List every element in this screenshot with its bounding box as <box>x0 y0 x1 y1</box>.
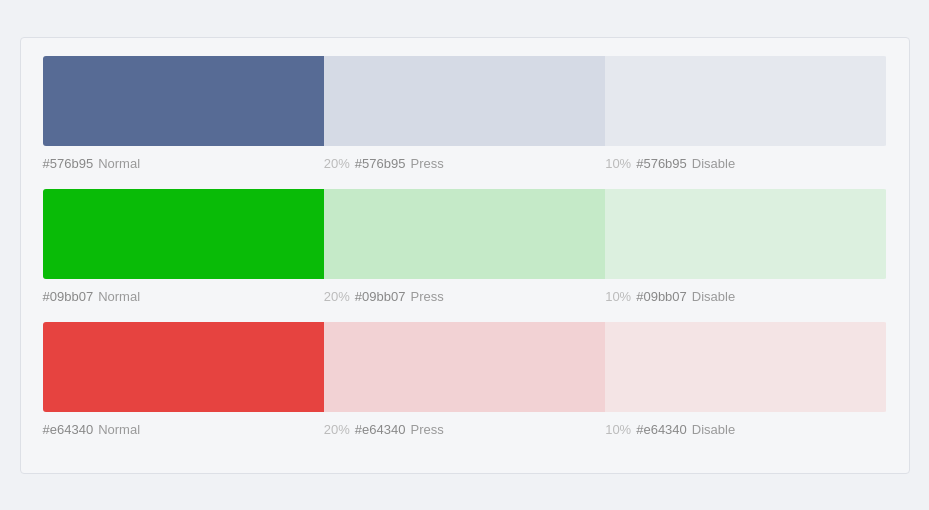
label-state-green-2: Disable <box>692 289 735 304</box>
label-hex-red-0: #e64340 <box>43 422 94 437</box>
label-state-green-0: Normal <box>98 289 140 304</box>
label-hex-blue-1: #576b95 <box>355 156 406 171</box>
label-group-green-0: #09bb07Normal <box>43 289 324 304</box>
label-percent-green-2: 10% <box>605 289 631 304</box>
swatches-green <box>43 189 887 279</box>
label-hex-green-1: #09bb07 <box>355 289 406 304</box>
label-state-blue-1: Press <box>410 156 443 171</box>
label-group-blue-0: #576b95Normal <box>43 156 324 171</box>
swatch-red-1 <box>324 322 605 412</box>
label-hex-red-1: #e64340 <box>355 422 406 437</box>
swatch-red-2 <box>605 322 886 412</box>
label-state-blue-0: Normal <box>98 156 140 171</box>
label-percent-green-1: 20% <box>324 289 350 304</box>
label-group-blue-1: 20%#576b95Press <box>324 156 605 171</box>
label-group-blue-2: 10%#576b95Disable <box>605 156 886 171</box>
color-row-green: #09bb07Normal20%#09bb07Press10%#09bb07Di… <box>43 189 887 304</box>
label-percent-red-1: 20% <box>324 422 350 437</box>
swatch-green-0 <box>43 189 324 279</box>
label-hex-blue-2: #576b95 <box>636 156 687 171</box>
label-hex-green-2: #09bb07 <box>636 289 687 304</box>
label-state-red-2: Disable <box>692 422 735 437</box>
label-percent-blue-1: 20% <box>324 156 350 171</box>
label-hex-red-2: #e64340 <box>636 422 687 437</box>
swatch-red-0 <box>43 322 324 412</box>
label-percent-blue-2: 10% <box>605 156 631 171</box>
label-group-red-1: 20%#e64340Press <box>324 422 605 437</box>
swatch-green-1 <box>324 189 605 279</box>
color-row-red: #e64340Normal20%#e64340Press10%#e64340Di… <box>43 322 887 437</box>
swatch-green-2 <box>605 189 886 279</box>
label-hex-green-0: #09bb07 <box>43 289 94 304</box>
label-group-red-2: 10%#e64340Disable <box>605 422 886 437</box>
label-group-green-1: 20%#09bb07Press <box>324 289 605 304</box>
color-row-blue: #576b95Normal20%#576b95Press10%#576b95Di… <box>43 56 887 171</box>
color-palette-container: #576b95Normal20%#576b95Press10%#576b95Di… <box>20 37 910 474</box>
swatch-blue-1 <box>324 56 605 146</box>
label-state-red-1: Press <box>410 422 443 437</box>
swatches-blue <box>43 56 887 146</box>
swatches-red <box>43 322 887 412</box>
labels-blue: #576b95Normal20%#576b95Press10%#576b95Di… <box>43 156 887 171</box>
swatch-blue-0 <box>43 56 324 146</box>
label-state-red-0: Normal <box>98 422 140 437</box>
label-group-green-2: 10%#09bb07Disable <box>605 289 886 304</box>
label-hex-blue-0: #576b95 <box>43 156 94 171</box>
label-percent-red-2: 10% <box>605 422 631 437</box>
labels-red: #e64340Normal20%#e64340Press10%#e64340Di… <box>43 422 887 437</box>
labels-green: #09bb07Normal20%#09bb07Press10%#09bb07Di… <box>43 289 887 304</box>
label-state-blue-2: Disable <box>692 156 735 171</box>
label-group-red-0: #e64340Normal <box>43 422 324 437</box>
swatch-blue-2 <box>605 56 886 146</box>
label-state-green-1: Press <box>410 289 443 304</box>
